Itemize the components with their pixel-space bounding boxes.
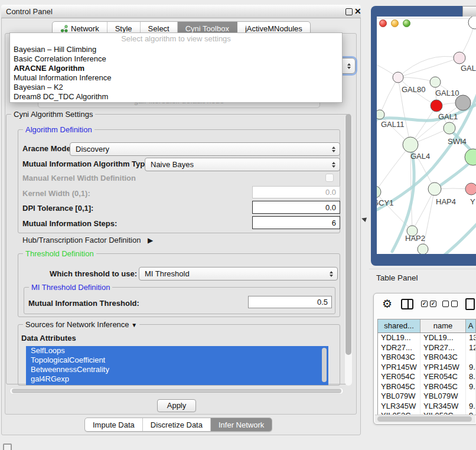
table-row[interactable]: YDL19...YDL19...13 [378, 333, 476, 343]
settings-vscrollbar-track[interactable] [345, 114, 352, 386]
table-cell: YBL079W [420, 392, 466, 402]
node-red-node[interactable] [431, 100, 442, 112]
attributes-scrollbar[interactable] [322, 348, 327, 382]
cyni-bottom-tabs: Impute DataDiscretize DataInfer Network [84, 418, 272, 432]
algorithm-option-mutual-information-inference[interactable]: Mutual Information Inference [10, 73, 342, 83]
aracne-mode-combo[interactable]: Discovery [70, 142, 340, 156]
mi-algorithm-type-combo[interactable]: Naive Bayes [145, 158, 340, 171]
node-label-gal1: GAL1 [438, 112, 458, 121]
table-row[interactable]: YPR145WYPR145W9. [378, 363, 476, 373]
node-pink-top[interactable] [454, 52, 465, 64]
algorithm-option-bayesian-k2[interactable]: Bayesian – K2 [10, 83, 342, 92]
file-icon[interactable] [465, 298, 475, 310]
dropdown-items: Bayesian – Hill ClimbingBasic Correlatio… [10, 45, 342, 102]
traffic-light-green-icon[interactable] [403, 19, 410, 27]
gear-icon[interactable]: ⚙ [382, 298, 392, 311]
kernel-width-field[interactable]: 0.0 [252, 186, 340, 198]
network-canvas[interactable]: GALGAL80GAL10GAL11GAL1SWI4GAL4GCY1HAP4YH… [377, 17, 476, 254]
threshold-definition-title: Threshold Definition [23, 249, 96, 258]
node-gal1[interactable] [444, 122, 455, 134]
node-hap4[interactable] [428, 182, 441, 195]
algorithm-option-dream8-dc-tdc-algorithm[interactable]: Dream8 DC_TDC Algorithm [10, 92, 342, 102]
combo-arrows-icon [330, 271, 333, 277]
attribute-item-gal4rgexp[interactable]: gal4RGexp [26, 374, 328, 384]
table-cell: YER054C [420, 372, 466, 382]
checked-box-icon: ✓ [430, 301, 436, 307]
settings-vscrollbar-thumb[interactable] [345, 114, 351, 355]
table-cell: 8. [466, 372, 476, 382]
floating-button-fragment[interactable] [3, 444, 12, 450]
algorithm-option-basic-correlation-inference[interactable]: Basic Correlation Inference [10, 54, 342, 64]
settings-hscrollbar-thumb[interactable] [12, 389, 341, 393]
node-gcy1[interactable] [377, 186, 381, 198]
table-cell: YBR043C [420, 353, 466, 363]
traffic-light-yellow-icon[interactable] [391, 19, 399, 27]
node-gal11[interactable] [377, 110, 384, 119]
apply-button[interactable]: Apply [157, 399, 196, 412]
close-icon[interactable]: ✕ [354, 5, 361, 18]
table-cell: YBR045C [378, 382, 420, 392]
node-gal80[interactable] [393, 72, 403, 83]
table-cell: 12 [466, 343, 476, 353]
table-cell: YER054C [378, 372, 420, 382]
table-row[interactable]: YBR043CYBR043C [378, 353, 476, 363]
table-row[interactable]: YLR345WYLR345W9. [378, 402, 476, 412]
table-row[interactable]: YBL079WYBL079W [378, 392, 476, 402]
deselect-all-icon[interactable] [442, 301, 458, 307]
node-label-gal11: GAL11 [381, 120, 405, 129]
columns-icon[interactable] [401, 299, 413, 309]
data-attributes-list[interactable]: SelfLoopsTopologicalCoefficientBetweenne… [26, 346, 328, 385]
traffic-light-red-icon[interactable] [379, 19, 387, 27]
node-y-node[interactable] [465, 183, 476, 195]
table-row[interactable]: YER054CYER054C8. [378, 372, 476, 382]
node-gal10[interactable] [430, 77, 441, 87]
table-hscrollbar-track[interactable] [375, 415, 475, 423]
column-header-a[interactable]: A [466, 319, 476, 332]
mi-steps-label: Mutual Information Steps: [22, 220, 117, 228]
which-threshold-combo[interactable]: MI Threshold [139, 267, 338, 281]
mi-threshold-field[interactable]: 0.5 [248, 296, 332, 308]
table-cell: YDL19... [378, 333, 420, 343]
mi-threshold-label: Mutual Information Threshold: [28, 299, 139, 308]
node-partial-top[interactable] [468, 17, 476, 29]
data-attributes-label: Data Attributes [21, 334, 76, 343]
float-window-icon[interactable] [345, 8, 353, 15]
table-cell [466, 392, 476, 402]
table-row[interactable]: YBR045CYBR045C9. [378, 382, 476, 392]
tab-impute-data[interactable]: Impute Data [85, 418, 143, 431]
combo-arrows-icon [347, 63, 351, 69]
table-hscrollbar-thumb[interactable] [377, 416, 472, 422]
node-gal4[interactable] [403, 137, 418, 152]
network-graph[interactable]: GALGAL80GAL10GAL11GAL1SWI4GAL4GCY1HAP4YH… [377, 17, 476, 254]
checked-box-icon: ✓ [421, 301, 428, 307]
dropdown-placeholder: Select algorithm to view settings [10, 33, 342, 45]
mi-algorithm-type-label: Mutual Information Algorithm Type: [22, 160, 152, 168]
node-label-hap2: HAP2 [405, 234, 425, 243]
dpi-tolerance-field[interactable]: 0.0 [252, 201, 340, 214]
attribute-item-topologicalcoefficient[interactable]: TopologicalCoefficient [26, 356, 328, 365]
column-header-shared[interactable]: shared... [378, 319, 420, 332]
hub-definition-expander[interactable]: Hub/Transcription Factor Definition ▶ [22, 236, 153, 244]
column-header-name[interactable]: name [420, 319, 466, 332]
node-label-swi4: SWI4 [448, 137, 467, 146]
node-bottom-node[interactable] [418, 244, 428, 254]
attribute-item-selfloops[interactable]: SelfLoops [26, 346, 328, 356]
hub-definition-label: Hub/Transcription Factor Definition [22, 236, 141, 244]
node-swi4[interactable] [465, 149, 476, 165]
node-label-y: Y [470, 197, 475, 206]
network-edge [398, 77, 435, 82]
algorithm-option-bayesian-hill-climbing[interactable]: Bayesian – Hill Climbing [10, 45, 342, 54]
settings-hscrollbar-track[interactable] [9, 387, 344, 394]
select-all-icon[interactable]: ✓ ✓ [421, 301, 436, 307]
dpi-tolerance-label: DPI Tolerance [0,1]: [22, 204, 93, 213]
algorithm-option-aracne-algorithm[interactable]: ARACNE Algorithm [10, 64, 342, 73]
mi-steps-field[interactable]: 6 [252, 216, 340, 229]
table-cell [466, 353, 476, 363]
sources-group-header[interactable]: Sources for Network Inference ▼ [23, 320, 139, 330]
tab-infer-network[interactable]: Infer Network [211, 418, 272, 431]
tab-discretize-data[interactable]: Discretize Data [143, 418, 211, 431]
attribute-item-betweennesscentrality[interactable]: BetweennessCentrality [26, 365, 328, 374]
manual-kernel-width-checkbox[interactable] [325, 174, 334, 182]
algorithm-dropdown[interactable]: Select algorithm to view settings Bayesi… [9, 32, 343, 103]
table-row[interactable]: YDR27...YDR27...12 [378, 343, 476, 353]
